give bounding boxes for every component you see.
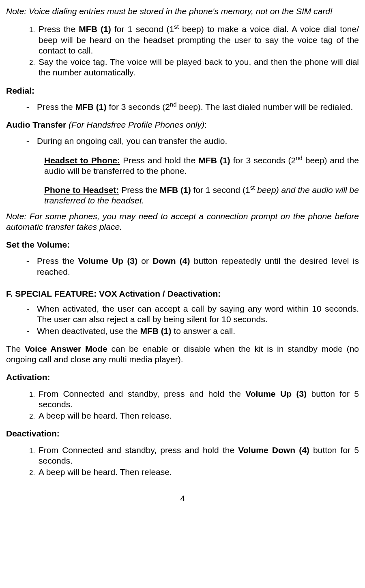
deactivation-heading: Deactivation: [6, 428, 359, 439]
text: Press the [39, 24, 79, 34]
note-voice-dialing: Note: Voice dialing entries must be stor… [6, 6, 359, 17]
text: or [137, 256, 152, 265]
voice-answer-mode-para: The Voice Answer Mode can be enable or d… [6, 344, 359, 365]
text: Press the [119, 185, 159, 195]
activation-heading: Activation: [6, 372, 359, 383]
deactivation-step-1: From Connected and standby, press and ho… [37, 445, 359, 466]
heading-sub: (For Handsfree Profile Phones only) [69, 120, 204, 129]
activation-step-1: From Connected and standby, press and ho… [37, 389, 359, 410]
text: to answer a call. [172, 326, 236, 336]
audio-transfer-heading: Audio Transfer (For Handsfree Profile Ph… [6, 120, 359, 130]
voice-dial-steps: Press the MFB (1) for 1 second (1st beep… [6, 24, 359, 78]
mfb-label: MFB (1) [79, 24, 111, 34]
heading-text: Audio Transfer [6, 120, 69, 129]
phone-to-headset: Phone to Headset: Press the MFB (1) for … [44, 185, 359, 206]
page-number: 4 [6, 494, 359, 504]
audio-transfer-item: During an ongoing call, you can transfer… [26, 136, 359, 146]
audio-transfer-list: During an ongoing call, you can transfer… [6, 136, 359, 146]
text: Press the [37, 256, 78, 265]
activation-steps: From Connected and standby, press and ho… [6, 389, 359, 421]
text: for 1 second (1 [111, 24, 174, 34]
redial-list: Press the MFB (1) for 3 seconds (2nd bee… [6, 102, 359, 112]
text: Press and hold the [120, 156, 198, 165]
vox-item-deactivated: When deactivated, use the MFB (1) to ans… [26, 326, 359, 336]
mfb-label: MFB (1) [198, 156, 230, 165]
text: The [6, 344, 25, 353]
text: beep). The last dialed number will be re… [176, 102, 353, 111]
vox-list: When activated, the user can accept a ca… [6, 304, 359, 336]
vam-label: Voice Answer Mode [25, 344, 107, 353]
volume-list: Press the Volume Up (3) or Down (4) butt… [6, 256, 359, 277]
mfb-label: MFB (1) [160, 185, 191, 195]
mfb-label: MFB (1) [140, 326, 172, 336]
text: for 1 second (1 [191, 185, 250, 195]
volume-up-label: Volume Up (3) [78, 256, 137, 265]
redial-heading: Redial: [6, 86, 359, 96]
deactivation-step-2: A beep will be heard. Then release. [37, 467, 359, 477]
note-connection-prompt: Note: For some phones, you may need to a… [6, 211, 359, 233]
text: Press the [37, 102, 75, 111]
volume-down-label: Volume Down (4) [238, 445, 309, 455]
text: From Connected and standby, press and ho… [39, 445, 238, 455]
section-f-heading: F. SPECIAL FEATURE: VOX Activation / Dea… [6, 289, 359, 300]
redial-item: Press the MFB (1) for 3 seconds (2nd bee… [26, 102, 359, 112]
text: for 3 seconds (2 [107, 102, 170, 111]
ordinal-sup: st [250, 184, 255, 191]
vox-item-activated: When activated, the user can accept a ca… [26, 304, 359, 325]
ordinal-sup: nd [170, 101, 176, 108]
text: From Connected and standby, press and ho… [39, 389, 245, 398]
text: for 3 seconds (2 [230, 156, 296, 165]
ordinal-sup: nd [296, 155, 302, 161]
volume-down-label: Down (4) [152, 256, 190, 265]
activation-step-2: A beep will be heard. Then release. [37, 411, 359, 421]
sub-label: Headset to Phone: [44, 156, 120, 165]
volume-heading: Set the Volume: [6, 239, 359, 250]
heading-colon: : [204, 120, 207, 129]
text: When deactivated, use the [37, 326, 140, 336]
deactivation-steps: From Connected and standby, press and ho… [6, 445, 359, 478]
ordinal-sup: st [174, 24, 178, 30]
voice-dial-step-1: Press the MFB (1) for 1 second (1st beep… [37, 24, 359, 56]
volume-up-label: Volume Up (3) [245, 389, 307, 398]
volume-item: Press the Volume Up (3) or Down (4) butt… [26, 256, 359, 277]
mfb-label: MFB (1) [75, 102, 107, 111]
voice-dial-step-2: Say the voice tag. The voice will be pla… [37, 57, 359, 78]
sub-label: Phone to Headset: [44, 185, 119, 195]
headset-to-phone: Headset to Phone: Press and hold the MFB… [44, 155, 359, 177]
